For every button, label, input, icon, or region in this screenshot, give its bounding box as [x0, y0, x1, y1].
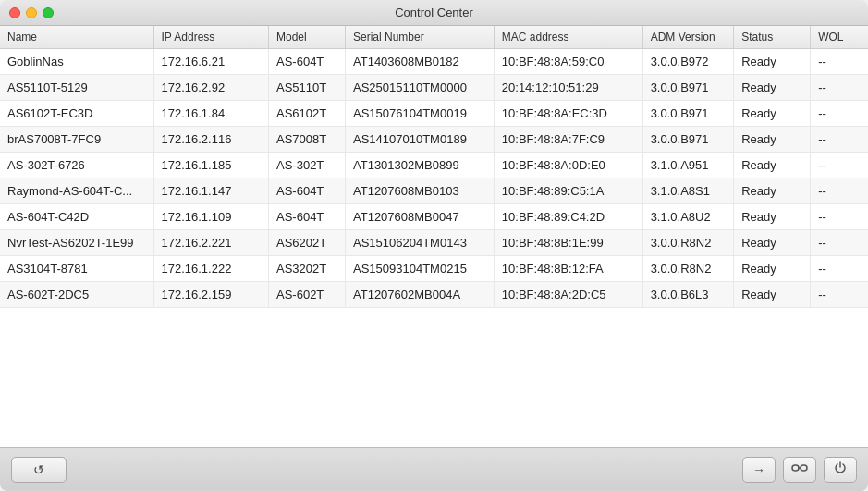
- cell-adm: 3.1.0.A951: [642, 153, 734, 178]
- cell-wol: --: [811, 256, 868, 282]
- table-row[interactable]: AS3104T-8781172.16.1.222AS3202TAS1509310…: [0, 256, 868, 282]
- cell-name: AS5110T-5129: [0, 75, 153, 101]
- table-row[interactable]: GoblinNas172.16.6.21AS-604TAT1403608MB01…: [0, 49, 868, 75]
- cell-model: AS-302T: [269, 153, 346, 178]
- cell-serial: AT1207602MB004A: [346, 282, 495, 308]
- maximize-button[interactable]: [43, 7, 54, 18]
- cell-name: AS-602T-2DC5: [0, 282, 153, 308]
- cell-wol: --: [811, 282, 868, 308]
- cell-name: AS6102T-EC3D: [0, 101, 153, 127]
- cell-status: Ready: [734, 204, 811, 230]
- cell-model: AS7008T: [269, 127, 346, 153]
- cell-status: Ready: [734, 101, 811, 127]
- close-button[interactable]: [9, 7, 20, 18]
- cell-wol: --: [811, 230, 868, 256]
- table-row[interactable]: AS5110T-5129172.16.2.92AS5110TAS25015110…: [0, 75, 868, 101]
- table-row[interactable]: NvrTest-AS6202T-1E99172.16.2.221AS6202TA…: [0, 230, 868, 256]
- cell-serial: AT1403608MB0182: [346, 49, 495, 75]
- table-row[interactable]: brAS7008T-7FC9172.16.2.116AS7008TAS14107…: [0, 127, 868, 153]
- cell-wol: --: [811, 153, 868, 178]
- cell-model: AS5110T: [269, 75, 346, 101]
- col-header-serial: Serial Number: [346, 26, 495, 49]
- cell-serial: AT1301302MB0899: [346, 153, 495, 178]
- refresh-button[interactable]: ↺: [11, 457, 67, 483]
- cell-mac: 10:BF:48:89:C4:2D: [494, 204, 642, 230]
- toolbar-left: ↺: [11, 457, 67, 483]
- cell-model: AS3202T: [269, 256, 346, 282]
- cell-ip: 172.16.2.159: [153, 282, 269, 308]
- cell-wol: --: [811, 75, 868, 101]
- col-header-model: Model: [269, 26, 346, 49]
- cell-model: AS-602T: [269, 282, 346, 308]
- col-header-adm: ADM Version: [642, 26, 734, 49]
- arrow-icon: →: [752, 462, 765, 477]
- link-icon: [791, 461, 808, 477]
- cell-serial: AS14107010TM0189: [346, 127, 495, 153]
- cell-adm: 3.1.0.A8S1: [642, 178, 734, 204]
- cell-wol: --: [811, 127, 868, 153]
- cell-ip: 172.16.6.21: [153, 49, 269, 75]
- cell-name: brAS7008T-7FC9: [0, 127, 153, 153]
- cell-wol: --: [811, 49, 868, 75]
- table-row[interactable]: AS-302T-6726172.16.1.185AS-302TAT1301302…: [0, 153, 868, 178]
- cell-ip: 172.16.1.84: [153, 101, 269, 127]
- minimize-button[interactable]: [26, 7, 37, 18]
- cell-serial: AS25015110TM0000: [346, 75, 495, 101]
- cell-name: NvrTest-AS6202T-1E99: [0, 230, 153, 256]
- col-header-mac: MAC address: [494, 26, 642, 49]
- cell-adm: 3.0.0.R8N2: [642, 230, 734, 256]
- cell-ip: 172.16.1.109: [153, 204, 269, 230]
- cell-mac: 20:14:12:10:51:29: [494, 75, 642, 101]
- cell-wol: --: [811, 178, 868, 204]
- cell-status: Ready: [734, 178, 811, 204]
- toolbar-right: →: [742, 457, 857, 483]
- cell-mac: 10:BF:48:8B:12:FA: [494, 256, 642, 282]
- cell-adm: 3.0.0.B971: [642, 127, 734, 153]
- connect-button[interactable]: →: [742, 457, 776, 483]
- cell-name: Raymond-AS-604T-C...: [0, 178, 153, 204]
- cell-ip: 172.16.1.222: [153, 256, 269, 282]
- cell-ip: 172.16.1.185: [153, 153, 269, 178]
- cell-name: GoblinNas: [0, 49, 153, 75]
- cell-serial: AS15076104TM0019: [346, 101, 495, 127]
- cell-adm: 3.0.0.B972: [642, 49, 734, 75]
- table-body: GoblinNas172.16.6.21AS-604TAT1403608MB01…: [0, 49, 868, 308]
- cell-model: AS-604T: [269, 204, 346, 230]
- table-row[interactable]: AS-602T-2DC5172.16.2.159AS-602TAT1207602…: [0, 282, 868, 308]
- cell-serial: AS15093104TM0215: [346, 256, 495, 282]
- col-header-name: Name: [0, 26, 153, 49]
- cell-adm: 3.0.0.R8N2: [642, 256, 734, 282]
- refresh-icon: ↺: [33, 462, 44, 477]
- power-button[interactable]: [824, 457, 857, 483]
- window-title: Control Center: [395, 6, 473, 19]
- cell-serial: AT1207608MB0103: [346, 178, 495, 204]
- cell-ip: 172.16.2.92: [153, 75, 269, 101]
- cell-mac: 10:BF:48:8A:7F:C9: [494, 127, 642, 153]
- device-table-container: Name IP Address Model Serial Number MAC …: [0, 26, 868, 447]
- titlebar: Control Center: [0, 0, 868, 26]
- cell-status: Ready: [734, 127, 811, 153]
- cell-status: Ready: [734, 256, 811, 282]
- col-header-wol: WOL: [811, 26, 868, 49]
- cell-wol: --: [811, 204, 868, 230]
- cell-adm: 3.0.0.B6L3: [642, 282, 734, 308]
- cell-mac: 10:BF:48:8A:59:C0: [494, 49, 642, 75]
- link-button[interactable]: [783, 457, 816, 483]
- cell-model: AS-604T: [269, 49, 346, 75]
- cell-mac: 10:BF:48:8A:0D:E0: [494, 153, 642, 178]
- table-header-row: Name IP Address Model Serial Number MAC …: [0, 26, 868, 49]
- table-row[interactable]: AS-604T-C42D172.16.1.109AS-604TAT1207608…: [0, 204, 868, 230]
- cell-name: AS-604T-C42D: [0, 204, 153, 230]
- cell-model: AS6202T: [269, 230, 346, 256]
- cell-name: AS-302T-6726: [0, 153, 153, 178]
- cell-model: AS-604T: [269, 178, 346, 204]
- cell-model: AS6102T: [269, 101, 346, 127]
- table-row[interactable]: Raymond-AS-604T-C...172.16.1.147AS-604TA…: [0, 178, 868, 204]
- col-header-ip: IP Address: [153, 26, 269, 49]
- table-row[interactable]: AS6102T-EC3D172.16.1.84AS6102TAS15076104…: [0, 101, 868, 127]
- cell-ip: 172.16.2.221: [153, 230, 269, 256]
- svg-rect-1: [801, 465, 807, 471]
- svg-rect-0: [792, 465, 799, 471]
- cell-status: Ready: [734, 282, 811, 308]
- traffic-lights: [9, 7, 54, 18]
